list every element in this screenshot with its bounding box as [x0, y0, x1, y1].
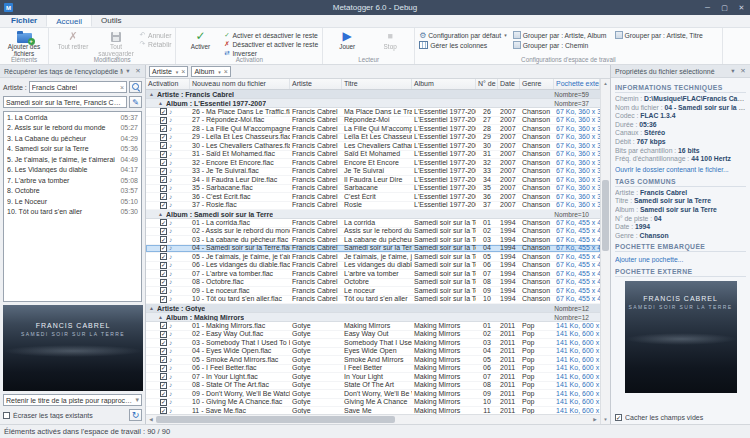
edit-release-button[interactable]: ✎ — [129, 96, 142, 108]
close-icon[interactable]: ✕ — [733, 0, 750, 15]
column-header[interactable]: Date — [498, 79, 520, 89]
track-list-item[interactable]: 8. Octobre03:57 — [4, 186, 141, 197]
row-checkbox[interactable]: ✓ — [160, 142, 167, 149]
row-checkbox[interactable]: ✓ — [160, 151, 167, 158]
column-header[interactable]: Nouveau nom du fichier — [190, 79, 290, 89]
apply-tags-button[interactable]: ↻ — [129, 409, 142, 421]
table-row[interactable]: ✓♪03 - La cabane du pêcheur.flacFrancis … — [146, 236, 600, 245]
table-row[interactable]: ✓♪11 - Save Me.flacGotyeSave MeMaking Mi… — [146, 407, 600, 414]
collapse-arrow-icon[interactable]: ▲ — [158, 314, 163, 320]
table-row[interactable]: ✓♪29 - Leïla Et Les Chasseurs.flacFranci… — [146, 134, 600, 143]
table-row[interactable]: ✓♪05 - Je t'aimais, je t'aime, je t'aime… — [146, 253, 600, 262]
table-row[interactable]: ✓♪36 - C'est Écrit.flacFrancis CabrelC'e… — [146, 193, 600, 202]
vscroll-thumb[interactable] — [602, 180, 609, 252]
column-header[interactable]: N° de piste — [476, 79, 498, 89]
row-checkbox[interactable]: ✓ — [160, 322, 167, 329]
table-row[interactable]: ✓♪31 - Saïd Et Mohamed.flacFrancis Cabre… — [146, 151, 600, 160]
horizontal-scrollbar[interactable]: ◀ ▶ — [146, 414, 600, 424]
redo-button[interactable]: ↷ Rétablir — [139, 40, 171, 48]
panel-close-icon[interactable]: ✕ — [133, 67, 143, 75]
remove-all-button[interactable]: ✗ Tout retirer — [53, 29, 93, 57]
table-row[interactable]: ✓♪03 - Somebody That I Used To Know.flac… — [146, 339, 600, 348]
group-row[interactable]: ▲Album : L'Essentiel 1977-2007Nombre=37 — [146, 99, 600, 108]
track-list-item[interactable]: 7. L'arbre va tomber05:08 — [4, 175, 141, 186]
table-row[interactable]: ✓♪09 - Don't Worry, We'll Be Watching Yo… — [146, 390, 600, 399]
table-row[interactable]: ✓♪37 - Rosie.flacFrancis CabrelRosieL'Es… — [146, 202, 600, 211]
row-checkbox[interactable]: ✓ — [160, 373, 167, 380]
table-row[interactable]: ✓♪07 - L'arbre va tomber.flacFrancis Cab… — [146, 270, 600, 279]
table-row[interactable]: ✓♪04 - Eyes Wide Open.flacGotyeEyes Wide… — [146, 348, 600, 357]
panel-close-icon[interactable]: ✕ — [738, 67, 748, 75]
row-checkbox[interactable]: ✓ — [160, 253, 167, 260]
play-button[interactable]: ▶ Jouer — [327, 29, 367, 55]
column-header[interactable]: Album — [412, 79, 476, 89]
overwrite-tags-checkbox[interactable] — [3, 412, 10, 419]
row-checkbox[interactable]: ✓ — [160, 202, 167, 209]
row-checkbox[interactable]: ✓ — [160, 382, 167, 389]
table-row[interactable]: ✓♪06 - I Feel Better.flacGotyeI Feel Bet… — [146, 365, 600, 374]
track-list-item[interactable]: 2. Assis sur le rebord du monde05:27 — [4, 123, 141, 134]
row-checkbox[interactable]: ✓ — [160, 331, 167, 338]
row-checkbox[interactable]: ✓ — [160, 134, 167, 141]
artist-input[interactable]: Francis Cabrel × — [29, 81, 127, 93]
open-folder-link[interactable]: Ouvrir le dossier contenant le fichier..… — [615, 166, 746, 173]
stop-button[interactable]: ■ Stop — [370, 29, 410, 55]
row-checkbox[interactable]: ✓ — [160, 296, 167, 303]
column-header[interactable]: Activation — [146, 79, 190, 89]
table-row[interactable]: ✓♪10 - Giving Me A Chance.flacGotyeGivin… — [146, 399, 600, 408]
panel-menu-icon[interactable]: ▾ — [123, 67, 133, 75]
track-list-item[interactable]: 5. Je t'aimais, je t'aime, je t'aimerai0… — [4, 154, 141, 165]
row-checkbox[interactable]: ✓ — [160, 159, 167, 166]
collapse-arrow-icon[interactable]: ▲ — [158, 211, 163, 217]
scroll-up-icon[interactable]: ▲ — [601, 79, 610, 88]
row-checkbox[interactable]: ✓ — [160, 193, 167, 200]
add-cover-link[interactable]: Ajouter une pochette... — [615, 256, 746, 263]
add-files-button[interactable]: Ajouter des fichiers — [4, 29, 44, 57]
column-header[interactable]: Titre — [342, 79, 412, 89]
tab-accueil[interactable]: Accueil — [46, 14, 92, 27]
table-row[interactable]: ✓♪30 - Les Chevaliers Cathares.flacFranc… — [146, 142, 600, 151]
save-all-button[interactable]: Tout sauvegarder — [96, 29, 136, 57]
row-checkbox[interactable]: ✓ — [160, 407, 167, 414]
maximize-icon[interactable]: ▢ — [716, 0, 733, 15]
table-row[interactable]: ✓♪05 - Smoke And Mirrors.flacGotyeSmoke … — [146, 356, 600, 365]
row-checkbox[interactable]: ✓ — [160, 108, 167, 115]
hide-empty-fields-checkbox[interactable] — [615, 414, 622, 421]
track-list-item[interactable]: 6. Les Vidanges du diable04:17 — [4, 165, 141, 176]
track-list-item[interactable]: 4. Samedi soir sur la Terre05:36 — [4, 144, 141, 155]
manage-columns-button[interactable]: Gérer les colonnes — [419, 41, 506, 49]
undo-button[interactable]: ↶ Annuler — [139, 31, 171, 39]
table-row[interactable]: ✓♪07 - In Your Light.flacGotyeIn Your Li… — [146, 373, 600, 382]
table-row[interactable]: ✓♪27 - Répondez-Moi.flacFrancis CabrelRé… — [146, 117, 600, 126]
track-list-item[interactable]: 10. Tôt ou tard s'en aller05:30 — [4, 207, 141, 218]
search-button[interactable] — [129, 81, 142, 93]
table-row[interactable]: ✓♪28 - La Fille Qui M'accompagne.flacFra… — [146, 125, 600, 134]
activation-item[interactable]: ✓Activer et désactiver le reste — [223, 31, 318, 39]
tab-fichier[interactable]: Fichier — [2, 14, 46, 27]
row-checkbox[interactable]: ✓ — [160, 262, 167, 269]
row-checkbox[interactable]: ✓ — [160, 219, 167, 226]
tab-outils[interactable]: Outils — [92, 14, 130, 27]
group-by-artist-title-button[interactable]: Grouper par : Artiste, Titre — [615, 31, 703, 39]
table-row[interactable]: ✓♪08 - State Of The Art.flacGotyeState O… — [146, 382, 600, 391]
table-row[interactable]: ✓♪34 - Il Faudra Leur Dire.flacFrancis C… — [146, 176, 600, 185]
match-option-dropdown[interactable]: Retenir le titre de la piste pour rappro… — [3, 394, 142, 406]
activate-button[interactable]: ✓ Activer — [180, 29, 220, 57]
table-row[interactable]: ✓♪33 - Je Te Suivrai.flacFrancis CabrelJ… — [146, 168, 600, 177]
track-list-item[interactable]: 9. Le Noceur05:10 — [4, 196, 141, 207]
row-checkbox[interactable]: ✓ — [160, 176, 167, 183]
group-row[interactable]: ▲Artiste : GotyeNombre=12 — [146, 304, 600, 313]
row-checkbox[interactable]: ✓ — [160, 390, 167, 397]
filter-chip-album[interactable]: Album▾× — [191, 66, 230, 77]
clear-artist-icon[interactable]: × — [118, 84, 124, 91]
remove-filter-icon[interactable]: × — [224, 68, 228, 75]
group-row[interactable]: ▲Album : Making MirrorsNombre=12 — [146, 313, 600, 322]
row-checkbox[interactable]: ✓ — [160, 339, 167, 346]
row-checkbox[interactable]: ✓ — [160, 279, 167, 286]
column-header[interactable]: Genre — [520, 79, 554, 89]
row-checkbox[interactable]: ✓ — [160, 125, 167, 132]
table-row[interactable]: ✓♪08 - Octobre.flacFrancis CabrelOctobre… — [146, 279, 600, 288]
column-header[interactable]: Artiste — [290, 79, 342, 89]
row-checkbox[interactable]: ✓ — [160, 245, 167, 252]
table-row[interactable]: ✓♪02 - Easy Way Out.flacGotyeEasy Way Ou… — [146, 331, 600, 340]
